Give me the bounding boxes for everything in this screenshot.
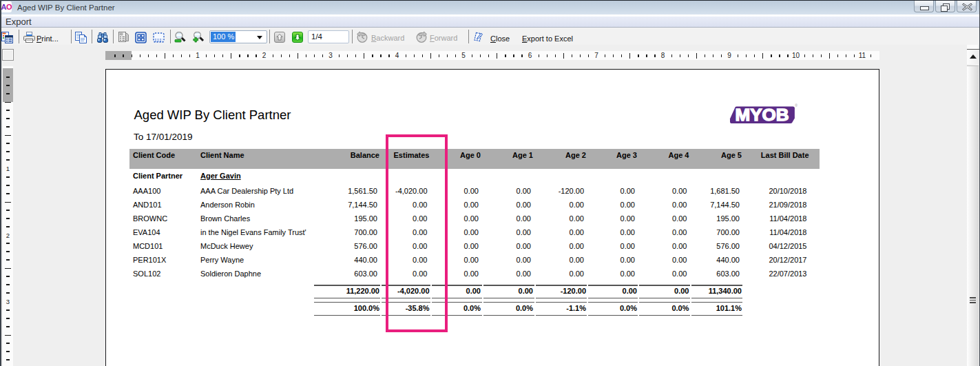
- svg-text:MYOB: MYOB: [736, 106, 789, 124]
- svg-text:®: ®: [795, 103, 797, 108]
